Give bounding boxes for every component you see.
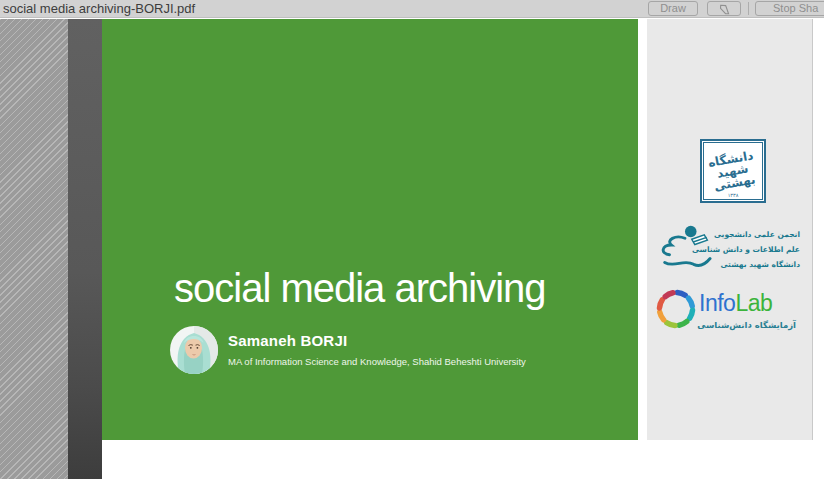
association-line-2: علم اطلاعات و دانش شناسی: [704, 242, 800, 257]
pen-icon: [718, 6, 731, 18]
infolab-word-lab: Lab: [735, 290, 772, 316]
toolbar-separator: [748, 2, 749, 15]
association-line-3: دانشگاه شهید بهشتی: [704, 257, 800, 272]
screen-share-pdf-viewer: social media archiving-BORJI.pdf Draw St…: [0, 0, 824, 479]
university-logo-calligraphy: دانشگاه شهید بهشتی: [707, 149, 758, 193]
author-credentials: MA of Information Science and Knowledge,…: [228, 356, 526, 367]
infolab-word-info: Info: [699, 290, 735, 316]
association-logo-text: انجمن علمی دانشجویی علم اطلاعات و دانش ش…: [704, 227, 800, 272]
desktop-striped-background: [0, 19, 68, 479]
university-logo-frame: دانشگاه شهید بهشتی ۱۳۳۸: [703, 142, 763, 200]
annotation-toolbar: social media archiving-BORJI.pdf Draw St…: [0, 0, 824, 18]
document-title: social media archiving-BORJI.pdf: [3, 1, 195, 16]
university-founding-year: ۱۳۳۸: [704, 192, 762, 198]
slide-white-divider: [638, 19, 647, 440]
viewer-edge-panel: [68, 19, 102, 479]
association-line-1: انجمن علمی دانشجویی: [704, 227, 800, 242]
infolab-persian-caption: آزمایشگاه دانش‌شناسی: [699, 320, 796, 330]
page-right-edge: [812, 19, 813, 440]
draw-button[interactable]: Draw: [648, 1, 698, 16]
stop-share-button[interactable]: Stop Sha: [755, 1, 824, 16]
pen-annotate-button[interactable]: [707, 1, 741, 16]
author-avatar: [170, 326, 218, 374]
shahid-beheshti-university-logo: دانشگاه شهید بهشتی ۱۳۳۸: [700, 139, 766, 203]
infolab-ring-icon: [655, 288, 697, 330]
slide-title: social media archiving: [174, 266, 546, 311]
slide-green-area: [102, 19, 638, 440]
author-name: Samaneh BORJI: [228, 332, 347, 349]
infolab-wordmark: InfoLab: [699, 290, 772, 317]
